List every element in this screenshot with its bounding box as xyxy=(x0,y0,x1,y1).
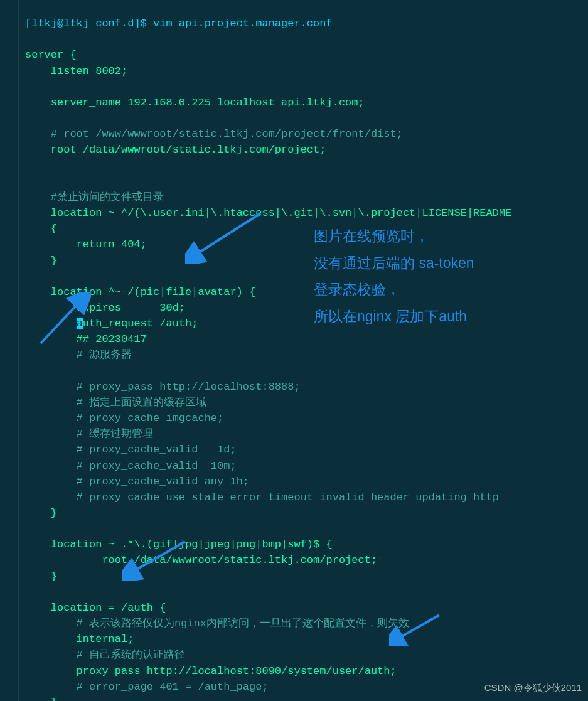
annotation-line: 所以在nginx 层加下auth xyxy=(314,303,577,330)
comment-line: # proxy_cache_valid 1d; xyxy=(25,444,237,456)
code-line: listen 8002; xyxy=(25,65,127,77)
comment-line: #禁止访问的文件或目录 xyxy=(25,191,164,203)
code-line: location ~ .*\.(gif|jpg|jpeg|png|bmp|swf… xyxy=(25,538,333,550)
annotation-line: 没有通过后端的 sa-token xyxy=(314,250,577,277)
annotation-line: 图片在线预览时， xyxy=(314,223,577,250)
comment-line: # root /www/wwwroot/static.ltkj.com/proj… xyxy=(25,128,403,140)
comment-line: # proxy_cache_valid any 1h; xyxy=(25,476,249,488)
auth-request-line: auth_request /auth; xyxy=(25,318,198,329)
comment-line: # 表示该路径仅仅为nginx内部访问，一旦出了这个配置文件，则失效 xyxy=(25,618,409,629)
code-line: internal; xyxy=(25,633,134,645)
code-line: root /data/wwwroot/static.ltkj.com/proje… xyxy=(25,144,326,156)
proxy-pass-line: proxy_pass http://localhost:8090/system/… xyxy=(25,665,397,677)
code-line: } xyxy=(25,507,57,519)
shell-prompt: [ltkj@ltkj conf.d]$ vim api.project.mana… xyxy=(25,18,333,29)
code-line: location ^~ /(pic|file|avatar) { xyxy=(25,286,255,298)
annotation-text: 图片在线预览时， 没有通过后端的 sa-token 登录态校验， 所以在ngin… xyxy=(314,223,577,329)
terminal-output: [ltkj@ltkj conf.d]$ vim api.project.mana… xyxy=(0,0,588,701)
code-line: expires 30d; xyxy=(25,302,185,314)
code-line: { xyxy=(25,223,57,235)
code-line: } xyxy=(25,697,57,701)
code-line: root /data/wwwroot/static.ltkj.com/proje… xyxy=(25,554,377,566)
code-line: } xyxy=(25,570,57,582)
code-line: server_name 192.168.0.225 localhost api.… xyxy=(25,97,365,109)
comment-line: # proxy_cache imgcache; xyxy=(25,412,223,424)
annotation-line: 登录态校验， xyxy=(314,276,577,303)
code-line: } xyxy=(25,255,57,267)
comment-line: # proxy_cache_use_stale error timeout in… xyxy=(25,491,505,503)
code-line: location ~ ^/(\.user.ini|\.htaccess|\.gi… xyxy=(25,207,511,219)
comment-line: # 缓存过期管理 xyxy=(25,428,153,440)
code-line: server { xyxy=(25,49,77,61)
code-line: location = /auth { xyxy=(25,602,166,614)
comment-line: # proxy_pass http://localhost:8888; xyxy=(25,381,301,393)
cursor-position: a xyxy=(77,318,83,329)
comment-line: # error_page 401 = /auth_page; xyxy=(25,681,269,693)
comment-line: # proxy_cache_valid 10m; xyxy=(25,460,237,472)
comment-line: # 自己系统的认证路径 xyxy=(25,649,185,661)
watermark-text: CSDN @令狐少侠2011 xyxy=(484,681,582,695)
comment-line: # 指定上面设置的缓存区域 xyxy=(25,397,206,409)
code-line: ## 20230417 xyxy=(25,333,147,345)
comment-line: # 源服务器 xyxy=(25,349,132,361)
code-line: return 404; xyxy=(25,238,147,250)
